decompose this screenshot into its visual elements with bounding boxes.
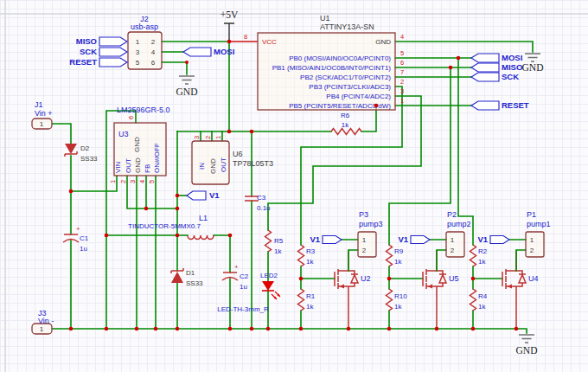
svg-text:4: 4	[151, 48, 156, 56]
plus5v-symbol[interactable]: +5V	[220, 10, 239, 42]
schematic-sheet: +5V GND GND GND J2 usb-asp 1 2 3 4 5 6 M…	[0, 0, 588, 372]
svg-text:1: 1	[400, 97, 404, 105]
svg-text:2: 2	[119, 180, 127, 183]
svg-text:MOSI: MOSI	[502, 53, 522, 62]
netflag-v1-reg[interactable]: V1	[177, 190, 220, 200]
svg-text:5: 5	[148, 180, 156, 183]
svg-text:1k: 1k	[394, 258, 402, 266]
svg-text:2: 2	[362, 247, 367, 254]
svg-text:3: 3	[400, 87, 404, 95]
l1-val: TINDUCTOR-5MMX0.7	[128, 222, 201, 230]
cap-c2[interactable]: + C2 1u	[222, 263, 249, 291]
svg-text:V1: V1	[477, 234, 488, 244]
netflag-sck-right[interactable]: SCK	[471, 72, 519, 81]
d2-val: SS33	[80, 155, 98, 163]
resistor-r2[interactable]: R2 1k	[470, 245, 488, 266]
svg-text:R9: R9	[394, 247, 404, 255]
c1-val: 1u	[80, 245, 87, 253]
u6-ref: U6	[233, 150, 243, 158]
svg-text:2: 2	[451, 247, 455, 254]
svg-text:RESET: RESET	[502, 100, 529, 110]
svg-text:1k: 1k	[478, 258, 486, 266]
mosfet-u5[interactable]: U5	[423, 250, 459, 329]
diode-d1[interactable]: D1 SS33	[171, 268, 203, 287]
svg-text:4: 4	[400, 33, 404, 41]
p2-ref: P2	[447, 210, 457, 219]
connector-p2[interactable]: 1 2 P2 pump2 V1	[398, 210, 470, 271]
u1-part: ATTINY13A-SN	[320, 22, 374, 31]
svg-text:4: 4	[138, 180, 146, 183]
svg-text:R10: R10	[394, 292, 407, 300]
svg-text:7: 7	[400, 68, 404, 76]
c1-ref: C1	[80, 234, 89, 242]
p3-ref: P3	[359, 210, 368, 219]
svg-text:+: +	[76, 225, 80, 233]
svg-text:1k: 1k	[306, 303, 314, 311]
connector-p1[interactable]: 1 2 P1 pump1 V1	[477, 210, 550, 271]
svg-text:SCK: SCK	[80, 47, 97, 56]
netflag-mosi-right[interactable]: MOSI	[471, 53, 522, 62]
u6-part: TP78L05T3	[233, 159, 273, 168]
svg-text:MISO: MISO	[76, 36, 97, 46]
mosfet-u2[interactable]: U2	[335, 250, 371, 329]
svg-text:OUT: OUT	[220, 157, 227, 172]
svg-text:V1: V1	[209, 190, 220, 200]
u5-ref: U5	[449, 274, 459, 283]
resistor-r10[interactable]: R10 1k	[387, 289, 408, 311]
svg-text:5: 5	[400, 49, 404, 57]
mosfet-u4[interactable]: U4	[502, 250, 539, 329]
svg-text:GND: GND	[522, 62, 544, 73]
resistor-r1[interactable]: R1 1k	[298, 289, 316, 311]
resistor-r6[interactable]: R6 1k	[331, 112, 361, 135]
u3-part: LM2596GR-5.0	[117, 106, 170, 114]
gnd-symbol-u1[interactable]: GND	[522, 54, 544, 73]
svg-text:3: 3	[129, 180, 137, 183]
svg-text:1: 1	[136, 38, 140, 46]
d1-val: SS33	[186, 279, 203, 287]
ic-u1-attiny13[interactable]: U1 ATTINY13A-SN VCC 8 GND 4 PB0 (MOSI/AI…	[244, 14, 404, 110]
connector-j1[interactable]: 1 J1 Vin +	[32, 100, 53, 129]
cap-c1[interactable]: + C1 1u	[63, 225, 89, 253]
svg-text:GND: GND	[516, 345, 538, 356]
netflag-reset-right[interactable]: RESET	[471, 100, 529, 110]
svg-text:GND: GND	[133, 137, 141, 152]
r6-val: 1k	[342, 121, 349, 129]
netflag-reset-left[interactable]: RESET	[69, 57, 127, 67]
svg-text:1: 1	[451, 236, 455, 244]
p3-part: pump3	[359, 220, 383, 228]
diode-d2[interactable]: D2 SS33	[65, 144, 98, 163]
gnd-symbol-j2[interactable]: GND	[176, 76, 198, 97]
connector-j3[interactable]: 1 J3 Vin -	[32, 309, 54, 334]
svg-text:1: 1	[40, 120, 44, 128]
svg-text:1k: 1k	[478, 303, 486, 311]
resistor-r9[interactable]: R9 1k	[387, 245, 404, 266]
schematic-canvas[interactable]: +5V GND GND GND J2 usb-asp 1 2 3 4 5 6 M…	[0, 0, 588, 372]
netflag-sck-left[interactable]: SCK	[80, 47, 127, 56]
svg-text:1: 1	[109, 180, 117, 183]
cap-c3[interactable]: C3 0.1u	[245, 194, 271, 212]
netflag-miso-right[interactable]: MISO	[471, 62, 522, 72]
svg-text:2: 2	[151, 38, 156, 46]
u2-ref: U2	[361, 274, 371, 283]
r5-val: 1k	[274, 247, 282, 255]
netflag-mosi-j2[interactable]: MOSI	[183, 47, 234, 56]
connector-p3[interactable]: 1 2 P3 pump3 V1	[310, 210, 382, 271]
u1-pin-gnd: GND	[375, 38, 391, 46]
svg-text:VIN: VIN	[114, 161, 122, 173]
svg-text:MOSI: MOSI	[214, 47, 234, 56]
connector-j2[interactable]: J2 usb-asp 1 2 3 4 5 6	[128, 15, 162, 69]
j1-ref: J1	[35, 100, 43, 109]
led2-val: LED-TH-3mm_R	[217, 305, 269, 313]
resistor-r3[interactable]: R3 1k	[298, 245, 316, 266]
ic-u3-lm2596[interactable]: LM2596GR-5.0 U3 VIN OUT GND FB ON#/OFF G…	[109, 106, 170, 183]
netflag-miso-left[interactable]: MISO	[76, 36, 127, 46]
svg-text:3: 3	[136, 48, 140, 56]
svg-text:SCK: SCK	[502, 72, 519, 81]
c3-ref: C3	[257, 194, 266, 202]
ic-u6-78l05[interactable]: U6 TP78L05T3 IN GND OUT 3 2 1	[192, 136, 273, 184]
resistor-r4[interactable]: R4 1k	[470, 289, 488, 311]
svg-text:6: 6	[127, 116, 135, 119]
gnd-symbol-rail[interactable]: GND	[516, 335, 538, 356]
svg-text:RESET: RESET	[69, 57, 97, 67]
svg-text:R2: R2	[478, 247, 488, 255]
